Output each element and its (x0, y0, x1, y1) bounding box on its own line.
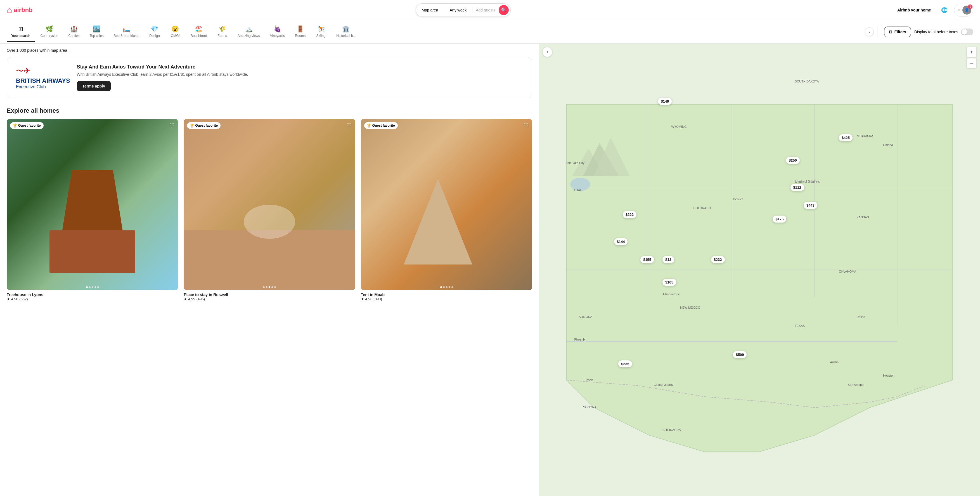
category-icon-skiing: ⛷️ (317, 26, 325, 33)
listing-card-listing-3[interactable]: 🏆 Guest favorite ♡ Tent in Moab ★ 4.98 (… (361, 119, 532, 301)
dot-indicators-listing-3 (440, 286, 453, 288)
search-guests-text[interactable]: Add guests (473, 6, 499, 14)
price-pin-pin-250[interactable]: $250 (786, 157, 800, 164)
display-total-toggle[interactable] (961, 29, 973, 35)
category-item-farms[interactable]: 🌾 Farms (212, 22, 232, 41)
rating-value: 4.98 (365, 297, 372, 301)
price-pin-pin-443[interactable]: $443 (803, 202, 817, 209)
rating-value: 4.99 (188, 297, 195, 301)
category-item-design[interactable]: 💎 Design (145, 22, 164, 41)
category-item-amazing-views[interactable]: 🏔️ Amazing views (233, 22, 264, 41)
dot-1 (89, 286, 91, 288)
category-item-skiing[interactable]: ⛷️ Skiing (311, 22, 331, 41)
ba-name: BRITISH AIRWAYS (16, 77, 70, 84)
category-item-historical[interactable]: 🏛️ Historical h... (332, 22, 360, 41)
guest-favorite-badge-listing-1: 🏆 Guest favorite (10, 122, 44, 129)
airline-logo: 〜✈ BRITISH AIRWAYS Executive Club (16, 66, 70, 89)
category-icon-farms: 🌾 (219, 26, 226, 33)
category-label-amazing-views: Amazing views (238, 34, 260, 38)
listing-image-listing-1: 🏆 Guest favorite ♡ (7, 119, 178, 290)
zoom-out-button[interactable]: − (967, 58, 977, 68)
category-label-skiing: Skiing (317, 34, 326, 38)
promo-content: Stay And Earn Avios Toward Your Next Adv… (77, 64, 523, 91)
wishlist-button-listing-1[interactable]: ♡ (169, 122, 175, 129)
listing-info-listing-2: Place to stay in Roswell ★ 4.99 (496) (184, 292, 355, 301)
globe-icon[interactable]: 🌐 (939, 5, 950, 15)
category-item-bed-breakfasts[interactable]: 🛏️ Bed & breakfasts (109, 22, 144, 41)
header-right: Airbnb your home 🌐 ≡ 👤 1 (894, 4, 973, 16)
airbnb-home-button[interactable]: Airbnb your home (894, 6, 934, 14)
user-menu[interactable]: ≡ 👤 1 (954, 4, 973, 16)
listing-card-listing-2[interactable]: 🏆 Guest favorite ♡ Place to stay in Rosw… (184, 119, 355, 301)
category-item-rooms[interactable]: 🚪 Rooms (290, 22, 310, 41)
category-label-design: Design (149, 34, 160, 38)
filters-button[interactable]: ⊟ Filters (884, 27, 911, 37)
price-pin-pin-222[interactable]: $222 (623, 211, 636, 218)
category-next-button[interactable]: › (865, 27, 874, 36)
listing-name-listing-1: Treehouse in Lyons (7, 292, 178, 297)
wishlist-button-listing-3[interactable]: ♡ (523, 122, 529, 129)
listing-card-listing-1[interactable]: 🏆 Guest favorite ♡ Treehouse in Lyons ★ … (7, 119, 178, 301)
trophy-icon: 🏆 (190, 124, 194, 128)
price-pin-pin-155[interactable]: $155 (640, 256, 654, 263)
category-item-omg[interactable]: 😮 OMG! (165, 22, 185, 41)
explore-title: Explore all homes (7, 107, 532, 114)
star-icon: ★ (184, 297, 187, 301)
search-week-button[interactable]: Any week (444, 6, 473, 14)
listing-image-listing-3: 🏆 Guest favorite ♡ (361, 119, 532, 290)
dot-indicators-listing-2 (263, 286, 276, 288)
category-label-rooms: Rooms (295, 34, 305, 38)
promo-description: With British Airways Executive Club, ear… (77, 72, 523, 77)
category-label-your-search: Your search (11, 34, 30, 38)
price-pin-pin-425[interactable]: $425 (839, 134, 853, 141)
toggle-knob (962, 29, 967, 35)
price-pin-pin-232[interactable]: $232 (711, 256, 725, 263)
logo[interactable]: ⌂ airbnb (7, 5, 33, 15)
dot-2 (92, 286, 93, 288)
category-label-top-cities: Top cities (90, 34, 104, 38)
dot-0 (86, 286, 88, 288)
ba-wing-icon: 〜✈ (16, 66, 30, 77)
listing-rating-listing-3: ★ 4.98 (390) (361, 297, 532, 301)
category-item-top-cities[interactable]: 🏙️ Top cities (85, 22, 108, 41)
category-label-castles: Castles (68, 34, 80, 38)
rating-count: (390) (374, 297, 382, 301)
search-area-button[interactable]: Map area (416, 6, 444, 14)
rating-count: (652) (19, 297, 28, 301)
trophy-icon: 🏆 (13, 124, 17, 128)
terms-button[interactable]: Terms apply (77, 81, 111, 91)
category-item-beachfront[interactable]: 🏖️ Beachfront (186, 22, 211, 41)
category-item-your-search[interactable]: ⊞ Your search (7, 22, 35, 41)
zoom-in-button[interactable]: + (967, 47, 977, 57)
rating-count: (496) (197, 297, 205, 301)
left-panel: Over 1,000 places within map area 〜✈ BRI… (0, 44, 539, 496)
map-panel: WYOMINGSOUTH DAKOTANEBRASKAKANSASUnited … (539, 44, 980, 496)
listing-image-listing-2: 🏆 Guest favorite ♡ (184, 119, 355, 290)
price-pin-pin-235[interactable]: $235 (618, 360, 632, 367)
category-icon-omg: 😮 (171, 26, 179, 33)
price-pin-pin-175[interactable]: $175 (773, 215, 786, 223)
dot-3 (271, 286, 273, 288)
price-pin-pin-149[interactable]: $149 (658, 98, 672, 105)
places-count: Over 1,000 places within map area (7, 48, 532, 53)
search-bar: Map area Any week Add guests 🔍 (416, 3, 511, 17)
display-total-label: Display total before taxes (914, 30, 958, 34)
category-item-castles[interactable]: 🏰 Castles (64, 22, 84, 41)
category-item-countryside[interactable]: 🌿 Countryside (36, 22, 63, 41)
price-pin-pin-144[interactable]: $144 (614, 238, 628, 245)
back-icon: ‹ (547, 49, 548, 54)
price-pin-pin-13[interactable]: $13 (662, 256, 674, 263)
price-pin-pin-599[interactable]: $599 (733, 351, 746, 358)
price-pin-pin-105[interactable]: $105 (662, 279, 676, 286)
listing-info-listing-1: Treehouse in Lyons ★ 4.96 (652) (7, 292, 178, 301)
category-label-countryside: Countryside (40, 34, 58, 38)
map-container[interactable]: WYOMINGSOUTH DAKOTANEBRASKAKANSASUnited … (539, 44, 980, 496)
wishlist-button-listing-2[interactable]: ♡ (346, 122, 352, 129)
category-icon-bed-breakfasts: 🛏️ (123, 26, 130, 33)
guest-favorite-badge-listing-2: 🏆 Guest favorite (187, 122, 221, 129)
category-item-vineyards[interactable]: 🍇 Vineyards (266, 22, 289, 41)
search-submit-button[interactable]: 🔍 (499, 5, 509, 15)
price-pin-pin-112[interactable]: $112 (791, 184, 804, 191)
airbnb-logo-icon: ⌂ (7, 5, 12, 15)
category-label-omg: OMG! (171, 34, 180, 38)
